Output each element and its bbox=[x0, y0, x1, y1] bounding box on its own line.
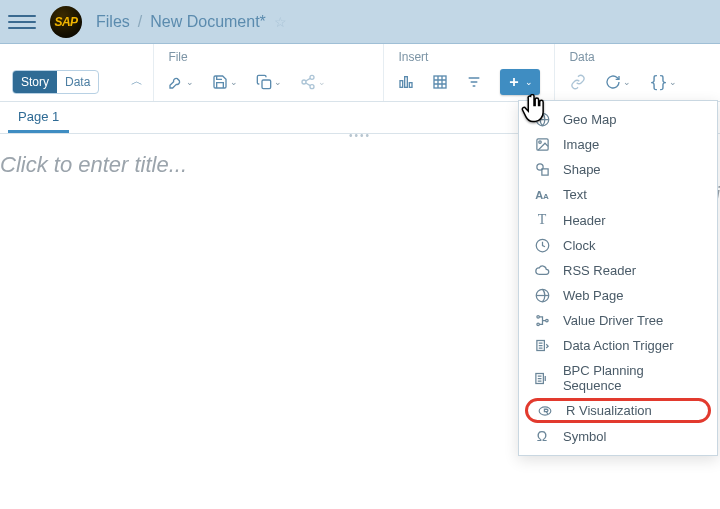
resize-handle-icon[interactable]: •••• bbox=[349, 130, 371, 141]
add-button[interactable]: ⌄ bbox=[500, 69, 540, 95]
svg-rect-7 bbox=[434, 76, 446, 88]
svg-rect-5 bbox=[405, 77, 408, 88]
group-label-data: Data bbox=[569, 50, 706, 64]
favorite-star-icon[interactable]: ☆ bbox=[274, 14, 287, 30]
menu-item-clock[interactable]: Clock bbox=[519, 233, 717, 258]
sap-logo: SAP bbox=[50, 6, 82, 38]
tree-icon bbox=[533, 313, 551, 328]
svg-rect-0 bbox=[262, 80, 271, 89]
group-label-insert: Insert bbox=[398, 50, 540, 64]
group-label-file: File bbox=[168, 50, 369, 64]
menu-label: Symbol bbox=[563, 429, 606, 444]
table-icon[interactable] bbox=[432, 74, 448, 90]
menu-label: Clock bbox=[563, 238, 596, 253]
svg-point-3 bbox=[310, 85, 314, 89]
svg-point-1 bbox=[310, 75, 314, 79]
svg-point-17 bbox=[545, 319, 548, 322]
menu-label: Data Action Trigger bbox=[563, 338, 674, 353]
text-icon: AA bbox=[533, 189, 551, 201]
menu-hamburger-icon[interactable] bbox=[8, 8, 36, 36]
refresh-icon[interactable]: ⌄ bbox=[605, 74, 631, 90]
breadcrumb-separator: / bbox=[138, 13, 142, 31]
svg-point-15 bbox=[536, 316, 539, 319]
save-icon[interactable]: ⌄ bbox=[212, 74, 238, 90]
cloud-icon bbox=[533, 263, 551, 278]
web-icon bbox=[533, 288, 551, 303]
svg-rect-4 bbox=[400, 81, 403, 88]
menu-item-web-page[interactable]: Web Page bbox=[519, 283, 717, 308]
chart-icon[interactable] bbox=[398, 74, 414, 90]
menu-item-text[interactable]: AA Text bbox=[519, 182, 717, 207]
collapse-toolbar-icon[interactable]: ︿ bbox=[131, 73, 143, 90]
menu-item-symbol[interactable]: Ω Symbol bbox=[519, 423, 717, 449]
menu-label: Shape bbox=[563, 162, 601, 177]
menu-item-value-driver-tree[interactable]: Value Driver Tree bbox=[519, 308, 717, 333]
menu-label: R Visualization bbox=[566, 403, 652, 418]
menu-label: Image bbox=[563, 137, 599, 152]
insert-dropdown-menu: Geo Map Image Shape AA Text T Header Clo… bbox=[518, 100, 718, 456]
settings-wrench-icon[interactable]: ⌄ bbox=[168, 74, 194, 90]
breadcrumb-current: New Document* bbox=[150, 13, 266, 31]
svg-point-10 bbox=[538, 141, 541, 144]
copy-icon[interactable]: ⌄ bbox=[256, 74, 282, 90]
cursor-hand-icon bbox=[520, 94, 548, 133]
menu-item-image[interactable]: Image bbox=[519, 132, 717, 157]
menu-item-shape[interactable]: Shape bbox=[519, 157, 717, 182]
braces-icon[interactable]: {} ⌄ bbox=[649, 73, 677, 91]
menu-item-header[interactable]: T Header bbox=[519, 207, 717, 233]
menu-item-rss[interactable]: RSS Reader bbox=[519, 258, 717, 283]
menu-label: Geo Map bbox=[563, 112, 616, 127]
r-icon bbox=[536, 404, 554, 418]
menu-item-r-visualization[interactable]: R Visualization bbox=[525, 398, 711, 423]
share-icon[interactable]: ⌄ bbox=[300, 74, 326, 90]
menu-item-bpc-planning[interactable]: BPC Planning Sequence bbox=[519, 358, 717, 398]
svg-point-2 bbox=[302, 80, 306, 84]
filter-icon[interactable] bbox=[466, 74, 482, 90]
story-mode-button[interactable]: Story bbox=[13, 71, 57, 93]
svg-point-16 bbox=[536, 323, 539, 326]
menu-label: Web Page bbox=[563, 288, 623, 303]
breadcrumb: Files / New Document* ☆ bbox=[96, 13, 287, 31]
menu-label: RSS Reader bbox=[563, 263, 636, 278]
link-data-icon[interactable] bbox=[569, 74, 587, 90]
sequence-icon bbox=[533, 371, 551, 386]
shape-icon bbox=[533, 162, 551, 177]
trigger-icon bbox=[533, 338, 551, 353]
breadcrumb-root[interactable]: Files bbox=[96, 13, 130, 31]
mode-toggle: Story Data bbox=[12, 70, 99, 94]
svg-rect-6 bbox=[410, 83, 413, 88]
menu-label: BPC Planning Sequence bbox=[563, 363, 705, 393]
symbol-icon: Ω bbox=[533, 428, 551, 444]
menu-item-data-action-trigger[interactable]: Data Action Trigger bbox=[519, 333, 717, 358]
menu-item-geo-map[interactable]: Geo Map bbox=[519, 107, 717, 132]
data-mode-button[interactable]: Data bbox=[57, 71, 98, 93]
menu-label: Text bbox=[563, 187, 587, 202]
page-tab-1[interactable]: Page 1 bbox=[8, 103, 69, 133]
menu-label: Header bbox=[563, 213, 606, 228]
svg-rect-12 bbox=[541, 169, 547, 175]
header-icon: T bbox=[533, 212, 551, 228]
menu-label: Value Driver Tree bbox=[563, 313, 663, 328]
clock-icon bbox=[533, 238, 551, 253]
image-icon bbox=[533, 137, 551, 152]
app-bar: SAP Files / New Document* ☆ bbox=[0, 0, 720, 44]
toolbar: Story Data ︿ File ⌄ ⌄ ⌄ ⌄ Ins bbox=[0, 44, 720, 102]
